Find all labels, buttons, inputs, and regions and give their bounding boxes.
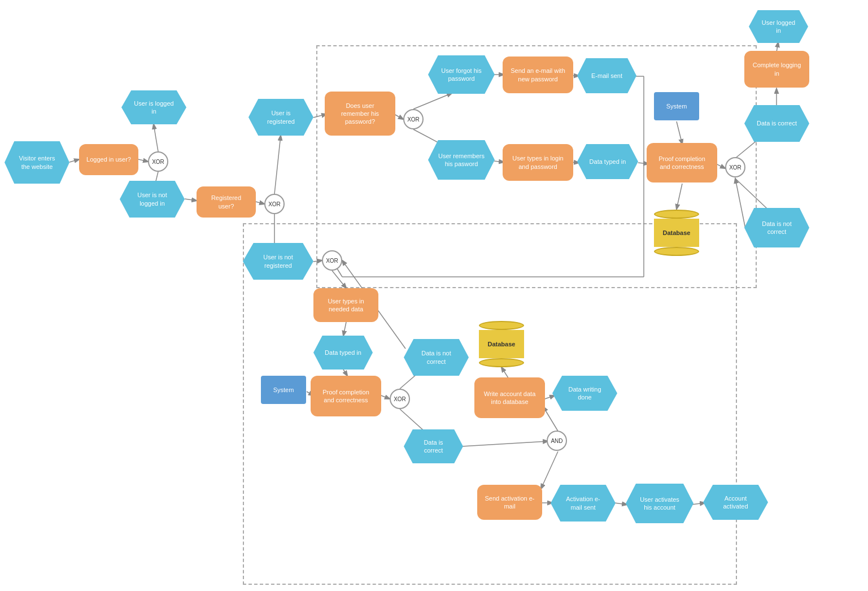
svg-line-17 (462, 441, 548, 446)
svg-line-9 (332, 271, 346, 288)
xor1-node: XOR (148, 151, 168, 172)
and-gate-node: AND (547, 431, 567, 451)
xor2-node: XOR (264, 194, 285, 214)
send-email-new-pass-node: Send an e-mail with new password (503, 57, 573, 93)
svg-line-4 (185, 199, 197, 201)
activation-sent-node: Activation e-mail sent (551, 485, 616, 522)
svg-line-18 (543, 407, 558, 431)
user-logged-in-node: User is logged in (121, 90, 186, 124)
db-reg-body: Database (479, 330, 524, 358)
xor-proof-reg-node: XOR (390, 389, 410, 409)
svg-line-27 (413, 93, 452, 109)
user-types-login-node: User types in login and password (503, 144, 573, 181)
does-user-remember-node: Does user remember his password? (325, 92, 395, 136)
data-correct-login-node: Data is correct (744, 105, 809, 142)
svg-line-10 (343, 322, 346, 336)
svg-line-35 (677, 184, 682, 209)
flowchart-canvas: Visitor enters the website Logged in use… (0, 0, 868, 591)
data-correct-reg-node: Data is correct (404, 429, 463, 463)
proof-reg-node: Proof completion and correctness (311, 376, 381, 416)
svg-line-23 (614, 503, 627, 505)
user-types-needed-node: User types in needed data (313, 288, 378, 322)
svg-line-26 (394, 114, 403, 119)
registered-user-node: Registered user? (197, 186, 256, 218)
user-remembers-node: User remembers his pasword (428, 140, 495, 180)
data-not-correct-reg-node: Data is not correct (404, 339, 469, 376)
svg-line-5 (256, 202, 264, 204)
db-login-node: Database (652, 208, 701, 258)
user-not-registered-node: User is not registered (243, 243, 313, 280)
complete-logging-node: Complete logging in (744, 51, 809, 88)
svg-line-24 (692, 503, 705, 505)
user-registered-node: User is registered (248, 99, 313, 136)
data-writing-done-node: Data writing done (552, 376, 617, 411)
user-not-logged-in-node: User is not logged in (120, 181, 185, 218)
svg-line-36 (716, 164, 725, 168)
data-not-correct-login-node: Data is not correct (744, 208, 809, 247)
db-login-top (654, 210, 699, 219)
svg-line-2 (154, 124, 158, 151)
logged-in-user-node: Logged in user? (79, 144, 138, 175)
xor-pass-node: XOR (403, 109, 424, 129)
send-activation-node: Send activation e-mail (477, 485, 542, 520)
db-reg-top (479, 321, 524, 330)
xor-login-node: XOR (725, 157, 745, 177)
svg-line-0 (69, 159, 79, 162)
account-activated-node: Account activated (703, 485, 768, 520)
db-login-bottom (654, 247, 699, 256)
db-reg-bottom (479, 358, 524, 367)
user-logged-in-end-node: User logged in (749, 10, 808, 43)
svg-line-34 (677, 121, 682, 144)
write-account-node: Write account data into database (474, 377, 545, 418)
svg-line-8 (313, 260, 322, 262)
visitor-node: Visitor enters the website (5, 141, 69, 184)
user-activates-node: User activates his account (626, 484, 693, 523)
db-login-body: Database (654, 219, 699, 247)
system-reg-node: System (261, 376, 306, 404)
user-forgot-node: User forgot his password (428, 55, 495, 94)
data-typed-reg-node: Data typed in (313, 336, 373, 370)
data-typed-node: Data typed in (577, 144, 638, 179)
proof-login-node: Proof completion and correctness (647, 143, 717, 182)
svg-line-20 (543, 396, 555, 399)
email-sent-node: E-mail sent (577, 58, 636, 93)
svg-line-13 (381, 396, 390, 399)
svg-line-6 (274, 136, 281, 194)
xor-reg-node: XOR (322, 250, 342, 271)
system-login-node: System (654, 92, 699, 120)
svg-line-41 (735, 179, 745, 229)
svg-line-1 (138, 159, 148, 162)
svg-line-11 (343, 370, 347, 376)
svg-line-21 (541, 451, 558, 489)
db-reg-node: Database (477, 319, 526, 369)
